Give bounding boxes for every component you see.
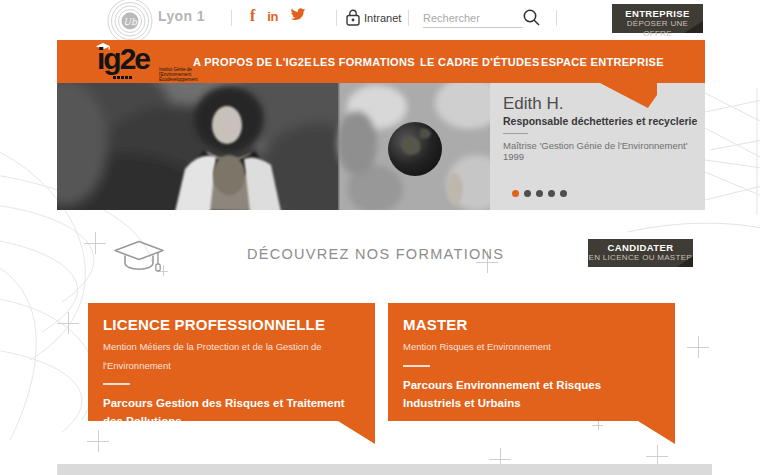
linkedin-icon[interactable]: in xyxy=(267,9,278,24)
nav-item-espace-entreprise[interactable]: ESPACE ENTREPRISE xyxy=(541,56,664,68)
nav-item-cadre-etudes[interactable]: LE CADRE D'ÉTUDES xyxy=(420,56,540,68)
card-divider xyxy=(403,365,430,367)
enterprise-deposit-offer-button[interactable]: ENTREPRISE DÉPOSER UNE OFFRE xyxy=(612,4,703,33)
twitter-icon[interactable] xyxy=(290,7,306,25)
plus-decoration xyxy=(87,430,109,452)
testimonial-degree: Maîtrise 'Gestion Génie de l'Environneme… xyxy=(503,140,698,162)
card-parcours: Parcours Gestion des Risques et Traiteme… xyxy=(103,394,359,431)
facebook-icon[interactable]: f xyxy=(250,7,255,25)
candidater-button-subtitle: EN LICENCE OU MASTER xyxy=(588,253,693,263)
topbar-divider xyxy=(556,10,557,26)
topbar-divider xyxy=(231,10,232,26)
carousel-dot[interactable] xyxy=(548,190,555,197)
search-input[interactable] xyxy=(423,8,523,28)
testimonial-divider xyxy=(503,133,528,134)
formations-heading: DÉCOUVREZ NOS FORMATIONS xyxy=(247,246,504,262)
plus-decoration xyxy=(57,312,79,334)
search-icon[interactable] xyxy=(522,8,542,28)
carousel-dots xyxy=(512,190,567,197)
testimonial-role: Responsable déchetteries et recyclerie xyxy=(503,115,697,127)
plus-decoration xyxy=(84,232,106,254)
lyon1-logo[interactable]: Ub xyxy=(106,0,154,45)
university-name: Lyon 1 xyxy=(158,8,205,24)
carousel-dot[interactable] xyxy=(512,190,519,197)
topbar-divider xyxy=(408,10,409,26)
card-mention: Mention Métiers de la Protection et de l… xyxy=(103,338,359,375)
carousel-dot[interactable] xyxy=(560,190,567,197)
hero-photo xyxy=(57,83,490,210)
testimonial-panel: Edith H. Responsable déchetteries et rec… xyxy=(490,83,705,210)
ig2e-logo-text: ig2e xyxy=(97,44,149,74)
social-links: f in xyxy=(250,7,306,25)
enterprise-button-title: ENTREPRISE xyxy=(612,8,703,19)
topbar-divider xyxy=(336,10,337,26)
enterprise-button-subtitle: DÉPOSER UNE OFFRE xyxy=(612,19,703,39)
plus-decoration xyxy=(687,336,709,358)
nav-item-a-propos[interactable]: A PROPOS DE L'IG2E xyxy=(193,56,312,68)
graduation-cap-icon xyxy=(110,237,168,275)
footer-strip xyxy=(57,464,712,475)
card-title: MASTER xyxy=(403,316,659,333)
lock-icon xyxy=(346,9,360,26)
card-master[interactable]: MASTER Mention Risques et Environnement … xyxy=(388,303,675,421)
main-navigation: ig2e Institut Génie de l'Environnement É… xyxy=(57,40,705,83)
carousel-dot[interactable] xyxy=(524,190,531,197)
testimonial-name: Edith H. xyxy=(503,94,563,114)
card-licence-professionnelle[interactable]: LICENCE PROFESSIONNELLE Mention Métiers … xyxy=(88,303,375,421)
ig2e-logo-subtext: Institut Génie de l'Environnement Écodév… xyxy=(159,67,203,82)
lyon1-monogram: Ub xyxy=(123,17,138,27)
intranet-link[interactable]: Intranet xyxy=(364,12,401,24)
candidater-button[interactable]: CANDIDATER EN LICENCE OU MASTER xyxy=(588,239,693,267)
carousel-dot[interactable] xyxy=(536,190,543,197)
card-divider xyxy=(103,383,130,385)
nav-item-formations[interactable]: LES FORMATIONS xyxy=(313,56,415,68)
page: Ub Lyon 1 f in Intranet ENTREPRISE DÉPOS… xyxy=(0,0,760,475)
card-parcours: Parcours Environnement et Risques Indust… xyxy=(403,376,659,413)
hero-photo-graphic xyxy=(57,83,490,210)
card-title: LICENCE PROFESSIONNELLE xyxy=(103,316,359,333)
candidater-button-title: CANDIDATER xyxy=(588,242,693,253)
ig2e-logo-blocks xyxy=(113,76,132,79)
card-mention: Mention Risques et Environnement xyxy=(403,338,659,357)
